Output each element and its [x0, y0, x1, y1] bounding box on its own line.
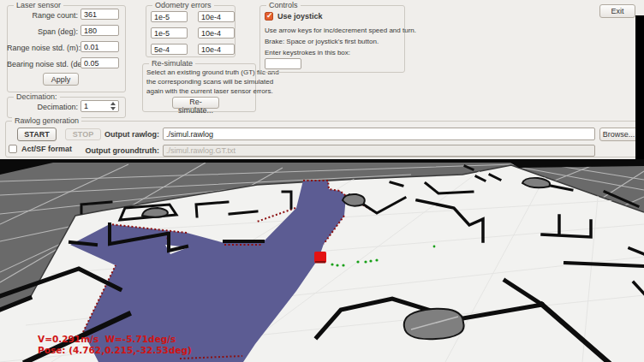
odometry-errors-title: Odometry errors: [152, 1, 214, 10]
odometry-input-r3c2[interactable]: [198, 44, 235, 55]
controls-hint-2: Brake: Space or joystick's first button.: [265, 38, 379, 45]
simulator-window: Laser sensor Range count: Span (deg): Ra…: [0, 0, 644, 362]
simulation-viewport[interactable]: V=0.291m/s W=-5.71deg/s Pose: (4.762,0.2…: [0, 159, 644, 362]
actsf-label: Act/SF format: [21, 145, 72, 154]
decimation-spin-buttons[interactable]: [110, 101, 118, 111]
laser-sensor-title: Laser sensor: [14, 1, 63, 10]
odometry-input-r1c2[interactable]: [198, 11, 235, 22]
decimation-group-title: Decimation:: [14, 92, 60, 102]
exit-button[interactable]: Exit: [599, 4, 635, 18]
bearing-noise-input[interactable]: [80, 57, 119, 68]
rawlog-generation-title: Rawlog generation: [12, 116, 81, 126]
odometry-input-r3c1[interactable]: [151, 44, 188, 55]
resimulate-desc-2: the corresponding scans will be simulate…: [146, 78, 273, 86]
hud-pose-text: Pose: (4.762,0.215,-32.53deg): [38, 345, 192, 355]
controls-hint-1: Use arrow keys for inc/decrement speed a…: [265, 27, 416, 34]
odometry-input-r2c1[interactable]: [151, 27, 188, 39]
actsf-checkbox[interactable]: [9, 145, 17, 153]
output-rawlog-input[interactable]: [163, 128, 595, 140]
use-joystick-checkbox[interactable]: [265, 12, 273, 21]
range-count-input[interactable]: [80, 9, 119, 20]
output-groundtruth-label: Output groundtruth:: [67, 146, 159, 156]
apply-button[interactable]: Apply: [43, 73, 79, 86]
use-joystick-label: Use joystick: [277, 12, 323, 21]
viewport-top-band: [0, 159, 644, 163]
range-noise-label: Range noise std. (m):: [7, 44, 78, 53]
span-input[interactable]: [80, 25, 119, 36]
resimulate-desc-3: again with the current laser sensor erro…: [146, 87, 273, 95]
resimulate-button[interactable]: Re-simulate...: [172, 97, 219, 109]
decimation-label: Decimation:: [7, 103, 78, 112]
hud-velocity-text: V=0.291m/s W=-5.71deg/s: [38, 334, 176, 344]
controls-hint-3: Enter keystrokes in this box:: [265, 49, 350, 56]
output-groundtruth-input: [163, 145, 595, 157]
range-count-label: Range count:: [7, 11, 78, 21]
span-label: Span (deg):: [7, 27, 78, 37]
bearing-noise-label: Bearing noise std. (deg):: [7, 60, 78, 69]
spinner-down-icon[interactable]: [110, 107, 116, 110]
odometry-input-r2c2[interactable]: [198, 27, 235, 39]
start-button[interactable]: START: [17, 128, 57, 141]
robot-shadow: [315, 261, 325, 264]
browse-button[interactable]: Browse...: [599, 128, 638, 141]
spinner-up-icon[interactable]: [110, 102, 116, 105]
desktop-edge-strip: [635, 15, 644, 159]
keystroke-input[interactable]: [265, 58, 301, 69]
resimulate-title: Re-simulate: [149, 59, 195, 68]
odometry-input-r1c1[interactable]: [151, 11, 188, 22]
output-rawlog-label: Output rawlog:: [86, 130, 159, 139]
range-noise-input[interactable]: [80, 41, 119, 52]
controls-title: Controls: [266, 1, 301, 10]
